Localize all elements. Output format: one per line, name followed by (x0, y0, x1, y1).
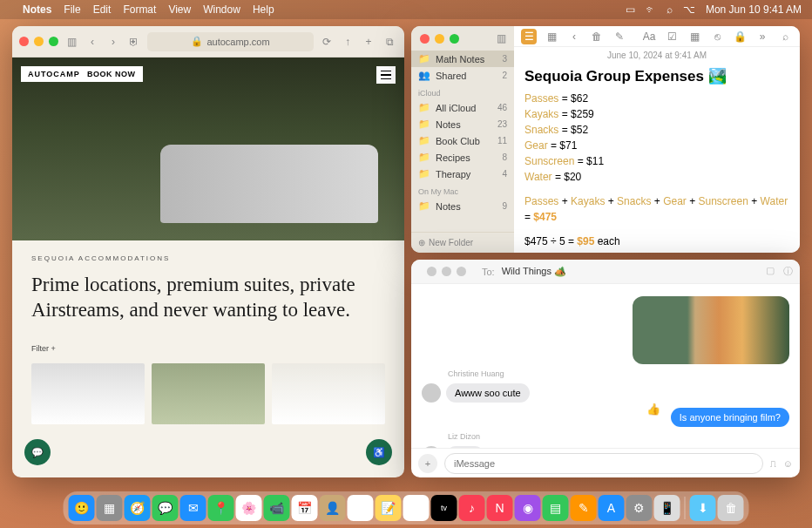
trash-icon[interactable]: 🗑 (589, 29, 605, 44)
minimize-button[interactable] (34, 37, 44, 46)
thumbnail-1[interactable] (31, 363, 145, 424)
back-icon[interactable]: ‹ (85, 34, 100, 50)
message-bubble[interactable]: Is anyone bringing film? (671, 408, 789, 427)
dock-tv[interactable]: tv (431, 495, 457, 521)
sidebar-toggle-icon[interactable]: ▥ (64, 34, 79, 50)
avatar[interactable] (422, 383, 441, 403)
dock-photos[interactable]: 🌸 (236, 495, 262, 521)
dock-downloads[interactable]: ⬇ (690, 495, 716, 521)
menu-help[interactable]: Help (253, 3, 274, 16)
menu-format[interactable]: Format (123, 3, 156, 16)
chat-fab[interactable]: 💬 (24, 439, 51, 465)
facetime-icon[interactable]: ▢ (766, 265, 775, 278)
audio-icon[interactable]: ⎍ (770, 458, 776, 469)
dock-news[interactable]: N (487, 495, 513, 521)
close-button[interactable] (420, 34, 430, 44)
message-bubble[interactable]: I am! (446, 446, 484, 448)
close-button[interactable] (19, 37, 29, 46)
site-logo[interactable]: AUTOCAMP (21, 66, 87, 82)
hamburger-menu[interactable] (376, 66, 396, 84)
thumbnail-3[interactable] (272, 363, 385, 424)
search-icon[interactable]: ⌕ (777, 29, 793, 44)
emoji-icon[interactable]: ☺ (783, 458, 793, 469)
menu-view[interactable]: View (168, 3, 191, 16)
dock-safari[interactable]: 🧭 (125, 495, 151, 521)
dock-podcasts[interactable]: ◉ (515, 495, 541, 521)
info-icon[interactable]: ⓘ (783, 265, 793, 278)
note-body[interactable]: Sequoia Group Expenses 🏞️ Passes = $62Ka… (514, 64, 800, 253)
list-view-icon[interactable]: ☰ (521, 29, 537, 44)
close-button[interactable] (427, 267, 436, 276)
thumbnail-2[interactable] (152, 363, 265, 424)
menu-file[interactable]: File (64, 3, 80, 16)
folder-row[interactable]: 📁Recipes8 (411, 149, 514, 166)
lock-icon[interactable]: 🔒 (732, 29, 748, 44)
tapback-reaction[interactable]: 👍 (646, 403, 660, 416)
dock-settings[interactable]: ⚙ (626, 495, 653, 521)
message-input[interactable] (444, 453, 763, 474)
folder-row[interactable]: 📁Notes23 (411, 116, 514, 132)
dock-maps[interactable]: 📍 (208, 495, 234, 521)
avatar[interactable] (422, 446, 441, 448)
folder-row[interactable]: 👥Shared2 (411, 67, 514, 84)
dock-contacts[interactable]: 👤 (320, 495, 346, 521)
checklist-icon[interactable]: ☑ (664, 29, 680, 44)
accessibility-fab[interactable]: ♿ (366, 439, 392, 465)
clock[interactable]: Mon Jun 10 9:41 AM (706, 3, 802, 16)
zoom-button[interactable] (450, 34, 459, 44)
dock-pages[interactable]: ✎ (571, 495, 597, 521)
dock-notes[interactable]: 📝 (376, 495, 402, 521)
dock-messages[interactable]: 💬 (152, 495, 179, 521)
filter-link[interactable]: Filter + (31, 344, 385, 353)
battery-icon[interactable]: ▭ (626, 3, 635, 16)
folder-row[interactable]: 📁All iCloud46 (411, 99, 514, 116)
dock-reminders[interactable]: ☑ (348, 495, 374, 521)
forward-icon[interactable]: › (105, 34, 121, 50)
dock-music[interactable]: ♪ (459, 495, 485, 521)
dock-trash[interactable]: 🗑 (718, 495, 744, 521)
dock-facetime[interactable]: 📹 (264, 495, 290, 521)
media-icon[interactable]: ⎋ (709, 29, 725, 44)
minimize-button[interactable] (442, 267, 451, 276)
dock-finder[interactable]: 🙂 (69, 495, 95, 521)
new-tab-icon[interactable]: + (361, 34, 376, 50)
folder-row[interactable]: 📁Therapy4 (411, 166, 514, 182)
wifi-icon[interactable]: ᯤ (646, 3, 656, 16)
reload-icon[interactable]: ⟳ (319, 34, 335, 50)
address-bar[interactable]: 🔒 autocamp.com (147, 32, 314, 51)
compose-icon[interactable]: ✎ (612, 29, 627, 44)
table-icon[interactable]: ▦ (687, 29, 702, 44)
minimize-button[interactable] (435, 34, 444, 44)
more-icon[interactable]: » (754, 29, 770, 44)
dock-launchpad[interactable]: ▦ (97, 495, 123, 521)
image-attachment[interactable] (633, 296, 789, 364)
dock-iphone-mirror[interactable]: 📱 (654, 495, 680, 521)
grid-view-icon[interactable]: ▦ (544, 29, 559, 44)
menu-window[interactable]: Window (203, 3, 240, 16)
search-icon[interactable]: ⌕ (667, 3, 673, 16)
app-menu[interactable]: Notes (23, 3, 51, 16)
menu-edit[interactable]: Edit (93, 3, 112, 16)
sidebar-toggle-icon[interactable]: ▥ (493, 30, 509, 46)
share-icon[interactable]: ↑ (340, 34, 355, 50)
folder-row[interactable]: 📁Notes9 (411, 198, 514, 214)
zoom-button[interactable] (49, 37, 58, 46)
format-icon[interactable]: Aa (641, 29, 657, 44)
control-center-icon[interactable]: ⌥ (683, 3, 695, 16)
dock-freeform[interactable]: 〰 (403, 495, 430, 521)
shield-icon[interactable]: ⛨ (126, 34, 142, 50)
dock-calendar[interactable]: 📅 (292, 495, 318, 521)
folder-row[interactable]: 📁Book Club11 (411, 132, 514, 149)
dock-mail[interactable]: ✉ (180, 495, 206, 521)
tabs-icon[interactable]: ⧉ (382, 34, 397, 50)
dock-appstore[interactable]: A (599, 495, 625, 521)
apps-button[interactable]: + (418, 454, 437, 473)
book-now-button[interactable]: BOOK NOW (80, 66, 143, 82)
back-icon[interactable]: ‹ (566, 29, 582, 44)
dock-numbers[interactable]: ▤ (543, 495, 569, 521)
conversation-name[interactable]: Wild Things 🏕️ (502, 266, 566, 277)
message-bubble[interactable]: Awww soo cute (446, 383, 530, 403)
folder-row[interactable]: 📁Math Notes3 (411, 51, 514, 67)
zoom-button[interactable] (457, 267, 466, 276)
new-folder-button[interactable]: ⊕ New Folder (411, 232, 514, 253)
